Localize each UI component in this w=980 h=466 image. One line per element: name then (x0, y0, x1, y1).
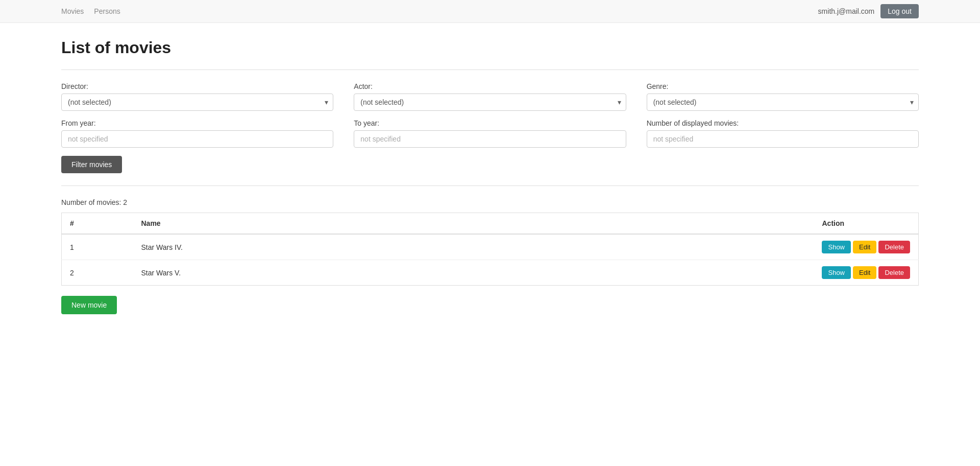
nav-movies[interactable]: Movies (61, 7, 84, 15)
actor-label: Actor: (354, 82, 626, 90)
action-buttons: ShowEditDelete (822, 266, 910, 279)
director-select[interactable]: (not selected) (61, 94, 333, 111)
delete-button-1[interactable]: Delete (878, 241, 910, 253)
show-button-1[interactable]: Show (822, 241, 851, 253)
table-head: # Name Action (62, 213, 919, 235)
filter-genre-group: Genre: (not selected) (647, 82, 919, 111)
edit-button-1[interactable]: Edit (853, 241, 876, 253)
cell-action: ShowEditDelete (814, 234, 918, 260)
delete-button-2[interactable]: Delete (878, 266, 910, 279)
cell-action: ShowEditDelete (814, 260, 918, 286)
cell-num: 1 (62, 234, 133, 260)
filter-movies-button[interactable]: Filter movies (61, 156, 122, 173)
action-buttons: ShowEditDelete (822, 241, 910, 253)
cell-name: Star Wars V. (133, 260, 814, 286)
genre-select-wrapper: (not selected) (647, 94, 919, 111)
page-title: List of movies (61, 38, 919, 57)
nav-persons[interactable]: Persons (94, 7, 120, 15)
table-header-row: # Name Action (62, 213, 919, 235)
director-label: Director: (61, 82, 333, 90)
filters-grid: Director: (not selected) Actor: (not sel… (61, 82, 919, 148)
table-row: 1Star Wars IV.ShowEditDelete (62, 234, 919, 260)
cell-name: Star Wars IV. (133, 234, 814, 260)
cell-num: 2 (62, 260, 133, 286)
main-content: List of movies Director: (not selected) … (0, 23, 980, 330)
user-email: smith.j@mail.com (818, 7, 875, 15)
logout-button[interactable]: Log out (880, 4, 919, 18)
director-select-wrapper: (not selected) (61, 94, 333, 111)
from-year-label: From year: (61, 119, 333, 127)
edit-button-2[interactable]: Edit (853, 266, 876, 279)
genre-label: Genre: (647, 82, 919, 90)
to-year-label: To year: (354, 119, 626, 127)
filter-from-year-group: From year: (61, 119, 333, 148)
divider-middle (61, 185, 919, 186)
movies-count: Number of movies: 2 (61, 198, 919, 206)
num-movies-label: Number of displayed movies: (647, 119, 919, 127)
actor-select[interactable]: (not selected) (354, 94, 626, 111)
table-row: 2Star Wars V.ShowEditDelete (62, 260, 919, 286)
col-header-name: Name (133, 213, 814, 235)
filter-num-movies-group: Number of displayed movies: (647, 119, 919, 148)
navbar: Movies Persons smith.j@mail.com Log out (0, 0, 980, 23)
new-movie-button[interactable]: New movie (61, 296, 117, 314)
nav-right: smith.j@mail.com Log out (818, 4, 919, 18)
divider-top (61, 69, 919, 70)
filter-actor-group: Actor: (not selected) (354, 82, 626, 111)
show-button-2[interactable]: Show (822, 266, 851, 279)
to-year-input[interactable] (354, 130, 626, 148)
from-year-input[interactable] (61, 130, 333, 148)
col-header-action: Action (814, 213, 918, 235)
col-header-num: # (62, 213, 133, 235)
num-movies-input[interactable] (647, 130, 919, 148)
genre-select[interactable]: (not selected) (647, 94, 919, 111)
filter-director-group: Director: (not selected) (61, 82, 333, 111)
filter-to-year-group: To year: (354, 119, 626, 148)
movies-table: # Name Action 1Star Wars IV.ShowEditDele… (61, 213, 919, 286)
movies-tbody: 1Star Wars IV.ShowEditDelete2Star Wars V… (62, 234, 919, 286)
nav-links: Movies Persons (61, 7, 120, 15)
actor-select-wrapper: (not selected) (354, 94, 626, 111)
